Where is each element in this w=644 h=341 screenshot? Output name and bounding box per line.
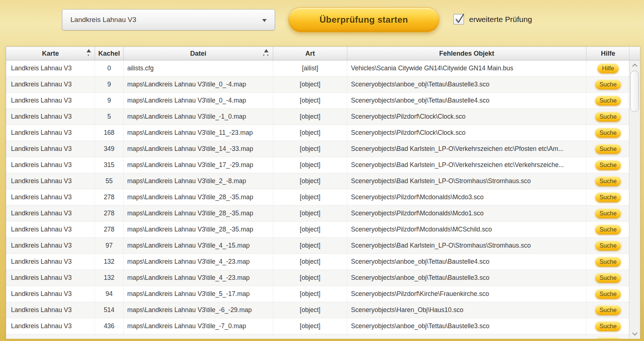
extended-check-label: erweiterte Prüfung bbox=[469, 15, 532, 24]
row-action-button[interactable]: Suche bbox=[595, 321, 621, 331]
cell-karte: Landkreis Lahnau V3 bbox=[6, 141, 95, 157]
cell-art: [object] bbox=[273, 157, 347, 173]
cell-datei: maps\Landkreis Lahnau V3\tile_5_-17.map bbox=[124, 286, 273, 302]
cell-fehlendes-objekt: Sceneryobjects\Pilzdorf\Mcdonalds\Mcdo3.… bbox=[347, 189, 586, 205]
app-window: Landkreis Lahnau V3 Überprüfung starten … bbox=[0, 0, 644, 341]
scrollbar-track[interactable] bbox=[629, 60, 640, 339]
cell-hilfe: Suche bbox=[586, 141, 629, 157]
cell-hilfe: Suche bbox=[586, 205, 629, 221]
table-row[interactable]: Landkreis Lahnau V3 9 maps\Landkreis Lah… bbox=[6, 93, 629, 109]
column-header-karte[interactable]: Karte • bbox=[6, 47, 95, 60]
cell-fehlendes-objekt: Sceneryobjects\anboe_obj\Tettau\Baustell… bbox=[347, 77, 586, 92]
column-header-kachel[interactable]: Kachel bbox=[95, 47, 124, 60]
column-header-hilfe[interactable]: Hilfe bbox=[586, 47, 629, 60]
extended-check-checkbox[interactable] bbox=[453, 14, 464, 25]
sort-ascending-icon: • bbox=[87, 49, 91, 57]
table-row[interactable]: Landkreis Lahnau V3 278 maps\Landkreis L… bbox=[6, 205, 629, 222]
cell-hilfe: Suche bbox=[586, 270, 629, 286]
column-header-art[interactable]: Art bbox=[273, 47, 347, 60]
cell-kachel: 94 bbox=[95, 286, 124, 302]
row-action-button[interactable]: Suche bbox=[595, 241, 621, 251]
scroll-up-button[interactable] bbox=[629, 61, 640, 69]
cell-kachel: 55 bbox=[95, 173, 124, 189]
cell-hilfe: Suche bbox=[586, 286, 629, 302]
table-row[interactable]: Landkreis Lahnau V3 94 maps\Landkreis La… bbox=[6, 286, 629, 302]
table-row[interactable]: Landkreis Lahnau V3 278 maps\Landkreis L… bbox=[6, 222, 629, 238]
row-action-button[interactable]: Suche bbox=[595, 96, 621, 105]
cell-datei: maps\Landkreis Lahnau V3\tile_2_-8.map bbox=[124, 173, 273, 189]
cell-kachel: 9 bbox=[95, 77, 124, 92]
cell-datei: maps\Landkreis Lahnau V3\tile_28_-35.map bbox=[124, 222, 273, 237]
table-body: Landkreis Lahnau V3 0 ailists.cfg [ailis… bbox=[6, 60, 629, 339]
row-action-button[interactable]: Suche bbox=[595, 79, 621, 89]
cell-hilfe: Suche bbox=[586, 189, 629, 205]
chevron-down-icon bbox=[632, 330, 637, 336]
row-action-button[interactable]: Suche bbox=[595, 225, 621, 234]
table-row[interactable]: Landkreis Lahnau V3 349 maps\Landkreis L… bbox=[6, 141, 629, 157]
row-action-button[interactable]: Suche bbox=[595, 144, 621, 154]
table-row[interactable]: Landkreis Lahnau V3 278 maps\Landkreis L… bbox=[6, 189, 629, 205]
cell-hilfe: Hilfe bbox=[586, 60, 629, 76]
vertical-scrollbar[interactable] bbox=[629, 47, 640, 339]
cell-karte: Landkreis Lahnau V3 bbox=[6, 157, 95, 173]
table-row[interactable]: Landkreis Lahnau V3 55 maps\Landkreis La… bbox=[6, 173, 629, 189]
cell-hilfe: Suche bbox=[586, 334, 629, 339]
table-row[interactable]: Landkreis Lahnau V3 437 maps\Landkreis L… bbox=[6, 334, 629, 339]
cell-hilfe: Suche bbox=[586, 157, 629, 173]
cell-hilfe: Suche bbox=[586, 318, 629, 334]
row-action-button[interactable]: Suche bbox=[595, 257, 621, 267]
cell-datei: maps\Landkreis Lahnau V3\tile_17_-29.map bbox=[124, 157, 273, 173]
table-row[interactable]: Landkreis Lahnau V3 5 maps\Landkreis Lah… bbox=[6, 109, 629, 125]
cell-fehlendes-objekt: Sceneryobjects\Bad Karlstein_LP-O\Verkeh… bbox=[347, 157, 586, 173]
row-action-button[interactable]: Suche bbox=[595, 337, 621, 339]
cell-karte: Landkreis Lahnau V3 bbox=[6, 109, 95, 125]
start-check-button[interactable]: Überprüfung starten bbox=[288, 7, 439, 32]
cell-karte: Landkreis Lahnau V3 bbox=[6, 222, 95, 237]
scrollbar-thumb[interactable] bbox=[630, 71, 639, 112]
column-header-fehlendes-objekt[interactable]: Fehlendes Objekt bbox=[347, 47, 586, 60]
row-action-button[interactable]: Suche bbox=[595, 208, 621, 218]
row-action-button[interactable]: Suche bbox=[595, 128, 621, 138]
map-select-value: Landkreis Lahnau V3 bbox=[70, 16, 136, 24]
table-row[interactable]: Landkreis Lahnau V3 97 maps\Landkreis La… bbox=[6, 238, 629, 254]
cell-kachel: 278 bbox=[95, 205, 124, 221]
row-action-button[interactable]: Hilfe bbox=[597, 63, 618, 73]
row-action-button[interactable]: Suche bbox=[595, 176, 621, 186]
column-header-datei[interactable]: Datei • • bbox=[124, 47, 273, 60]
row-action-button[interactable]: Suche bbox=[595, 112, 621, 122]
cell-datei: maps\Landkreis Lahnau V3\tile_28_-35.map bbox=[124, 189, 273, 205]
table-row[interactable]: Landkreis Lahnau V3 436 maps\Landkreis L… bbox=[6, 318, 629, 334]
cell-fehlendes-objekt: Sceneryobjects\Bad Karlstein_LP-O\Verkeh… bbox=[347, 141, 586, 157]
cell-art: [object] bbox=[273, 205, 347, 221]
cell-fehlendes-objekt: Sceneryobjects\Pilzdorf\Clock\Clock.sco bbox=[347, 109, 586, 125]
cell-hilfe: Suche bbox=[586, 77, 629, 92]
table-row[interactable]: Landkreis Lahnau V3 132 maps\Landkreis L… bbox=[6, 270, 629, 286]
table-row[interactable]: Landkreis Lahnau V3 168 maps\Landkreis L… bbox=[6, 125, 629, 141]
table-row[interactable]: Landkreis Lahnau V3 9 maps\Landkreis Lah… bbox=[6, 77, 629, 93]
table-row[interactable]: Landkreis Lahnau V3 315 maps\Landkreis L… bbox=[6, 157, 629, 173]
cell-datei: maps\Landkreis Lahnau V3\tile_14_-33.map bbox=[124, 141, 273, 157]
map-select[interactable]: Landkreis Lahnau V3 bbox=[62, 9, 275, 30]
row-action-button[interactable]: Suche bbox=[595, 289, 621, 299]
cell-art: [object] bbox=[273, 270, 347, 286]
cell-fehlendes-objekt: Sceneryobjects\Bad Karlstein_LP-O\Stromh… bbox=[347, 173, 586, 189]
row-action-button[interactable]: Suche bbox=[595, 273, 621, 283]
table-row[interactable]: Landkreis Lahnau V3 514 maps\Landkreis L… bbox=[6, 302, 629, 318]
cell-fehlendes-objekt: Sceneryobjects\anboe_obj\Tettau\Baustell… bbox=[347, 318, 586, 334]
table-row[interactable]: Landkreis Lahnau V3 0 ailists.cfg [ailis… bbox=[6, 60, 629, 77]
row-action-button[interactable]: Suche bbox=[595, 305, 621, 315]
cell-kachel: 437 bbox=[95, 334, 124, 339]
cell-hilfe: Suche bbox=[586, 254, 629, 270]
row-action-button[interactable]: Suche bbox=[595, 160, 621, 170]
table-row[interactable]: Landkreis Lahnau V3 132 maps\Landkreis L… bbox=[6, 254, 629, 270]
cell-datei: maps\Landkreis Lahnau V3\tile_0_-4.map bbox=[124, 93, 273, 108]
scroll-down-button[interactable] bbox=[629, 330, 640, 338]
cell-karte: Landkreis Lahnau V3 bbox=[6, 302, 95, 318]
cell-art: [object] bbox=[273, 125, 347, 141]
cell-hilfe: Suche bbox=[586, 302, 629, 318]
cell-datei: maps\Landkreis Lahnau V3\tile_4_-15.map bbox=[124, 238, 273, 253]
row-action-button[interactable]: Suche bbox=[595, 192, 621, 202]
cell-karte: Landkreis Lahnau V3 bbox=[6, 125, 95, 141]
cell-kachel: 278 bbox=[95, 222, 124, 237]
cell-datei: maps\Landkreis Lahnau V3\tile_4_-23.map bbox=[124, 254, 273, 270]
